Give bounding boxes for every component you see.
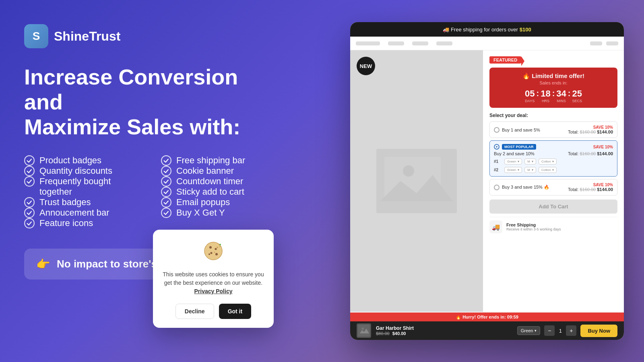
check-icon [24, 197, 35, 208]
svg-point-2 [25, 177, 34, 186]
cookie-icon [163, 241, 264, 265]
variant-1-size[interactable]: M ▾ [524, 158, 536, 165]
decline-button[interactable]: Decline [175, 304, 214, 319]
nav-link-1 [388, 41, 404, 45]
svg-point-24 [214, 252, 215, 253]
svg-point-20 [211, 252, 213, 254]
deal-option-3[interactable]: Buy 3 and save 15% 🔥 SAVE 10% Total: $16… [489, 179, 617, 195]
sticky-price-new: $40.00 [392, 331, 406, 336]
deal-1-original: $160.00 [580, 130, 596, 134]
check-icon [161, 197, 171, 208]
nav-link-3 [436, 41, 452, 45]
logo-name: ShineTrust [54, 29, 120, 44]
nav-icon-1 [590, 41, 602, 45]
trust-row: 🚚 Free Shipping Receive it within 3-5 wo… [489, 217, 617, 237]
privacy-policy-link[interactable]: Privacy Policy [194, 288, 233, 294]
svg-point-1 [25, 166, 34, 176]
sticky-product-thumbnail [357, 323, 371, 338]
deal-3-label: Buy 3 and save 15% 🔥 [502, 185, 549, 190]
sticky-prices: $80.00 $40.00 [376, 331, 414, 336]
svg-point-10 [161, 197, 171, 207]
variant-2-color[interactable]: Green ▾ [504, 167, 522, 173]
svg-rect-15 [358, 325, 370, 337]
variant-row-1: #1 Green ▾ M ▾ Cotton ▾ [494, 158, 613, 165]
sticky-product-name: Gar Harbor Shirt [376, 325, 414, 331]
countdown-sep-3: : [568, 89, 571, 98]
speed-emoji: 👉 [36, 257, 50, 271]
deal-2-new: $144.00 [597, 151, 613, 156]
sticky-add-to-cart-bar: 🔥 Hurry! Offer ends in: 09:59 Gar Harbor… [350, 313, 624, 340]
svg-point-5 [25, 218, 34, 228]
countdown-secs: 25 SECS [572, 88, 582, 103]
browser-mockup: 🚚 Free shipping for orders over $100 NEW [350, 22, 624, 340]
deal-option-1[interactable]: Buy 1 and save 5% SAVE 10% Total: $160.0… [489, 121, 617, 138]
feature-announcement-bar: Annoucement bar [24, 208, 145, 218]
product-area: NEW FEATURED 🔥 Limited time offer! Sales… [350, 50, 624, 312]
shipping-bar-text: 🚚 Free shipping for orders over [443, 27, 518, 33]
sticky-color-select[interactable]: Green ▾ [517, 326, 541, 335]
product-image-placeholder [376, 149, 457, 213]
cookie-text: This website uses cookies to ensure you … [163, 270, 264, 296]
svg-point-21 [215, 253, 218, 255]
check-icon [24, 208, 35, 218]
check-icon [24, 155, 35, 166]
svg-point-8 [161, 177, 171, 186]
deal-1-price: Total: $160.00 $144.00 [568, 130, 613, 134]
trust-icon: 🚚 [489, 220, 502, 233]
shipping-highlight: $100 [520, 27, 531, 33]
radio-deal-3[interactable] [494, 185, 500, 190]
svg-point-16 [361, 327, 364, 330]
most-popular-tag: MOST POPULAR [502, 144, 536, 150]
check-icon [24, 218, 35, 228]
sticky-content: Gar Harbor Shirt $80.00 $40.00 Green ▾ −… [350, 323, 624, 338]
cookie-banner: This website uses cookies to ensure you … [153, 230, 274, 328]
feature-product-badges: Product badges [24, 155, 145, 166]
svg-point-6 [161, 156, 171, 165]
countdown-title: 🔥 Limited time offer! [495, 72, 612, 80]
deal-1-save: SAVE 10% [568, 125, 613, 130]
features-col2: Free shipping bar Cookie banner Countdow… [161, 155, 282, 228]
nav-link-2 [412, 41, 428, 45]
countdown-mins: 34 MINS [556, 88, 566, 103]
feature-email-popups: Email popups [161, 197, 282, 208]
store-nav [350, 37, 624, 50]
svg-point-25 [219, 244, 221, 245]
variant-1-num: #1 [494, 159, 502, 164]
check-icon [24, 176, 35, 187]
features-grid: Product badges Quantity discounts Freque… [24, 155, 282, 228]
radio-deal-2[interactable] [494, 144, 500, 150]
check-icon [161, 166, 171, 176]
svg-point-14 [403, 165, 414, 177]
variant-1-color[interactable]: Green ▾ [504, 158, 522, 165]
countdown-sep-1: : [536, 89, 539, 98]
feature-trust-badges: Trust badges [24, 197, 145, 208]
deal-2-save: SAVE 10% [593, 145, 613, 149]
qty-minus-button[interactable]: − [544, 325, 555, 336]
headline: Increase Conversion and Maximize Sales w… [24, 64, 282, 139]
deal-option-2[interactable]: MOST POPULAR SAVE 10% Buy 2 and save 10%… [489, 140, 617, 177]
variant-1-material[interactable]: Cotton ▾ [539, 158, 557, 165]
cookie-buttons: Decline Got it [163, 304, 264, 319]
svg-point-23 [217, 247, 218, 248]
feature-cookie-banner: Cookie banner [161, 166, 282, 176]
svg-point-19 [215, 248, 217, 250]
new-badge: NEW [357, 57, 375, 75]
svg-point-9 [161, 187, 171, 197]
headline-line2: Maximize Sales with: [24, 114, 282, 139]
got-it-button[interactable]: Got it [219, 304, 252, 319]
qty-plus-button[interactable]: + [566, 325, 576, 336]
feature-buy-x-get-y: Buy X Get Y [161, 208, 282, 218]
variant-2-num: #2 [494, 168, 502, 172]
sticky-right-controls: Green ▾ − 1 + Buy Now [517, 325, 617, 337]
variant-2-size[interactable]: M ▾ [524, 167, 536, 173]
featured-badge: FEATURED [489, 56, 521, 64]
variant-2-material[interactable]: Cotton ▾ [539, 167, 557, 173]
feature-frequently-bought: Frequently bought together [24, 176, 145, 197]
add-to-cart-button[interactable]: Add To Cart [489, 200, 617, 214]
check-icon [161, 155, 171, 166]
buy-now-button[interactable]: Buy Now [580, 325, 617, 337]
svg-point-11 [161, 208, 171, 218]
radio-deal-1[interactable] [494, 127, 500, 133]
nav-logo-placeholder [356, 41, 380, 45]
check-icon [161, 176, 171, 187]
